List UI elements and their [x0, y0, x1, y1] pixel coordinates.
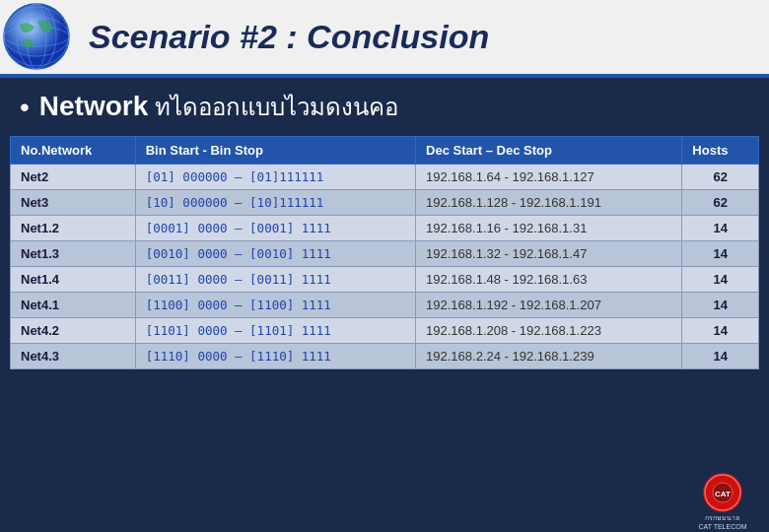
- cell-network: Net1.3: [11, 241, 136, 267]
- cell-bin: [0011] 0000 – [0011] 1111: [135, 267, 415, 293]
- cell-dec: 192.168.1.128 - 192.168.1.191: [416, 190, 682, 216]
- table-row: Net1.3[0010] 0000 – [0010] 1111192.168.1…: [11, 241, 759, 267]
- table-row: Net4.1[1100] 0000 – [1100] 1111192.168.1…: [11, 293, 759, 318]
- logo-text: กรกษมนาล CAT TELECOM: [698, 514, 746, 531]
- subtitle-rest: ทไดออกแบบไวมดงนคอ: [155, 94, 398, 120]
- bullet-point: •: [20, 92, 30, 123]
- table-row: Net3[10] 000000 – [10]111111192.168.1.12…: [11, 190, 759, 216]
- table-wrapper: No.Network Bin Start - Bin Stop Dec Star…: [0, 136, 769, 379]
- cell-dec: 192.168.1.192 - 192.168.1.207: [416, 293, 682, 318]
- subtitle-area: • Network ทไดออกแบบไวมดงนคอ: [0, 78, 769, 136]
- cell-hosts: 62: [682, 165, 759, 190]
- cell-bin: [1100] 0000 – [1100] 1111: [135, 293, 415, 318]
- col-header-network: No.Network: [11, 137, 136, 165]
- cell-bin: [0001] 0000 – [0001] 1111: [135, 216, 415, 241]
- cell-dec: 192.168.1.32 - 192.168.1.47: [416, 241, 682, 267]
- globe-icon: [0, 0, 74, 74]
- cell-network: Net1.2: [11, 216, 136, 241]
- cell-hosts: 62: [682, 190, 759, 216]
- cell-network: Net4.1: [11, 293, 136, 318]
- logo-area: CAT กรกษมนาล CAT TELECOM: [688, 480, 757, 524]
- logo-circle: CAT: [703, 473, 742, 512]
- svg-text:CAT: CAT: [715, 490, 731, 499]
- cell-network: Net4.2: [11, 318, 136, 344]
- subtitle-highlight: Network: [39, 91, 148, 121]
- col-header-dec: Dec Start – Dec Stop: [416, 137, 682, 165]
- cell-bin: [10] 000000 – [10]111111: [135, 190, 415, 216]
- slide: Scenario #2 : Conclusion • Network ทไดออ…: [0, 0, 769, 532]
- subtitle-text: Network ทไดออกแบบไวมดงนคอ: [39, 88, 398, 126]
- cell-dec: 192.168.1.48 - 192.168.1.63: [416, 267, 682, 293]
- cell-network: Net2: [11, 165, 136, 190]
- cell-bin: [1101] 0000 – [1101] 1111: [135, 318, 415, 344]
- header-section: Scenario #2 : Conclusion: [0, 0, 769, 74]
- cell-network: Net1.4: [11, 267, 136, 293]
- table-row: Net1.4[0011] 0000 – [0011] 1111192.168.1…: [11, 267, 759, 293]
- cell-network: Net4.3: [11, 344, 136, 369]
- cell-hosts: 14: [682, 241, 759, 267]
- table-row: Net4.3[1110] 0000 – [1110] 1111192.168.2…: [11, 344, 759, 369]
- col-header-bin: Bin Start - Bin Stop: [135, 137, 415, 165]
- cell-hosts: 14: [682, 216, 759, 241]
- network-table: No.Network Bin Start - Bin Stop Dec Star…: [10, 136, 759, 369]
- cell-bin: [1110] 0000 – [1110] 1111: [135, 344, 415, 369]
- table-row: Net2[01] 000000 – [01]111111192.168.1.64…: [11, 165, 759, 190]
- cell-dec: 192.168.2.24 - 192.168.1.239: [416, 344, 682, 369]
- table-header-row: No.Network Bin Start - Bin Stop Dec Star…: [11, 137, 759, 165]
- cell-hosts: 14: [682, 318, 759, 344]
- cell-hosts: 14: [682, 267, 759, 293]
- cell-hosts: 14: [682, 293, 759, 318]
- page-title: Scenario #2 : Conclusion: [89, 18, 489, 56]
- col-header-hosts: Hosts: [682, 137, 759, 165]
- cell-hosts: 14: [682, 344, 759, 369]
- table-row: Net1.2[0001] 0000 – [0001] 1111192.168.1…: [11, 216, 759, 241]
- table-row: Net4.2[1101] 0000 – [1101] 1111192.168.1…: [11, 318, 759, 344]
- cell-network: Net3: [11, 190, 136, 216]
- cell-dec: 192.168.1.208 - 192.168.1.223: [416, 318, 682, 344]
- cell-dec: 192.168.1.64 - 192.168.1.127: [416, 165, 682, 190]
- cell-dec: 192.168.1.16 - 192.168.1.31: [416, 216, 682, 241]
- svg-point-0: [4, 4, 69, 69]
- cell-bin: [01] 000000 – [01]111111: [135, 165, 415, 190]
- cell-bin: [0010] 0000 – [0010] 1111: [135, 241, 415, 267]
